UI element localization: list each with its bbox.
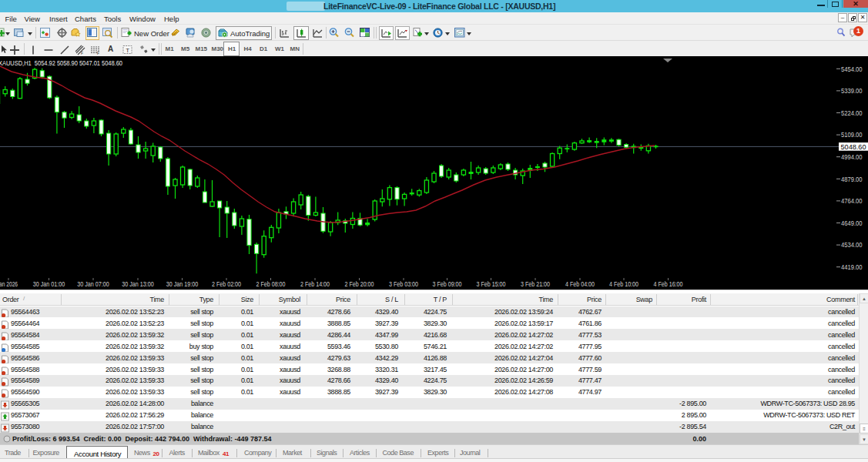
svg-text:4649.00: 4649.00 — [841, 219, 863, 227]
svg-text:3 Feb 09:00: 3 Feb 09:00 — [433, 280, 462, 288]
svg-text:2 Feb 08:00: 2 Feb 08:00 — [256, 280, 286, 288]
svg-text:4 Feb 10:00: 4 Feb 10:00 — [609, 280, 638, 288]
svg-text:5109.00: 5109.00 — [841, 131, 863, 139]
svg-text:30 Jan 01:00: 30 Jan 01:00 — [33, 280, 65, 288]
svg-text:4419.00: 4419.00 — [841, 263, 863, 271]
svg-text:4 Feb 04:00: 4 Feb 04:00 — [565, 280, 595, 288]
svg-text:2 Feb 14:00: 2 Feb 14:00 — [300, 280, 330, 288]
svg-text:4 Feb 16:00: 4 Feb 16:00 — [654, 280, 683, 288]
svg-text:30 Jan 13:00: 30 Jan 13:00 — [122, 280, 154, 288]
svg-text:F: F — [97, 51, 99, 55]
svg-text:4764.00: 4764.00 — [841, 197, 863, 205]
svg-text:5339.00: 5339.00 — [841, 87, 863, 95]
svg-text:3 Feb 21:00: 3 Feb 21:00 — [521, 280, 550, 288]
svg-text:5048.60: 5048.60 — [841, 143, 866, 151]
svg-text:5224.00: 5224.00 — [841, 109, 863, 117]
svg-text:4534.00: 4534.00 — [841, 241, 863, 249]
svg-text:3 Feb 03:00: 3 Feb 03:00 — [389, 280, 418, 288]
svg-text:30 Jan 07:00: 30 Jan 07:00 — [77, 280, 109, 288]
svg-text:30 Jan 19:00: 30 Jan 19:00 — [166, 280, 199, 288]
svg-text:an 2026: an 2026 — [0, 280, 18, 288]
svg-text:XAUUSD,H1 5054.92 5058.90 504: XAUUSD,H1 5054.92 5058.90 5047.01 5048.6… — [0, 59, 122, 67]
svg-text:2 Feb 02:00: 2 Feb 02:00 — [212, 280, 241, 288]
svg-text:3 Feb 15:00: 3 Feb 15:00 — [477, 280, 506, 288]
svg-text:2 Feb 20:00: 2 Feb 20:00 — [345, 280, 374, 288]
svg-text:F: F — [81, 51, 83, 55]
svg-text:4879.00: 4879.00 — [841, 176, 863, 183]
svg-text:5454.00: 5454.00 — [841, 65, 863, 73]
svg-text:4994.00: 4994.00 — [841, 153, 863, 161]
svg-text:T: T — [126, 46, 129, 53]
